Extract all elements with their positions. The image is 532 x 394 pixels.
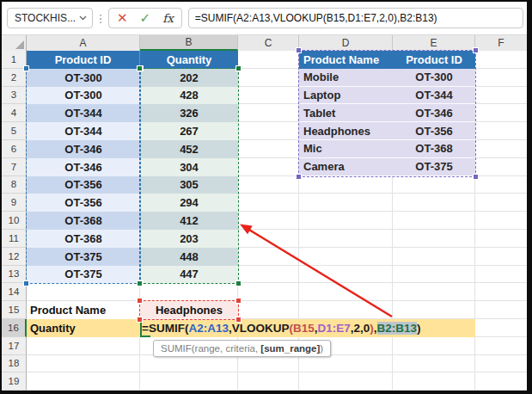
- cell-b3[interactable]: 428: [140, 87, 238, 105]
- cell-a13[interactable]: OT-375: [27, 266, 140, 284]
- formula-bar-text: =SUMIF(A2:A13,VLOOKUP(B15,D1:E7,2,0),B2:…: [195, 12, 437, 24]
- cell-e1[interactable]: Product ID: [393, 51, 475, 69]
- row-header-19[interactable]: 19: [2, 372, 27, 391]
- cell-d1[interactable]: Product Name: [299, 51, 393, 69]
- cell-b7[interactable]: 304: [140, 158, 238, 176]
- row-header-15[interactable]: 15: [2, 301, 27, 319]
- cancel-icon[interactable]: ✕: [117, 10, 128, 26]
- formula-buttons: ✕ ✓ fx: [108, 8, 182, 28]
- column-header-a[interactable]: A: [27, 35, 140, 51]
- row-header-3[interactable]: 3: [2, 87, 27, 105]
- row-header-6[interactable]: 6: [2, 140, 27, 158]
- row-header-2[interactable]: 2: [2, 69, 27, 87]
- data-table: Product ID Quantity OT-300 202 OT-300 42…: [27, 51, 238, 283]
- row-header-5[interactable]: 5: [2, 122, 27, 140]
- row-headers: 1 2 3 4 5 6 7 8 9 10 11 12 13 14 15 16 1…: [2, 51, 27, 391]
- cell-a8[interactable]: OT-356: [27, 176, 140, 194]
- column-header-f[interactable]: F: [475, 35, 527, 51]
- cell-a15[interactable]: Product Name: [27, 301, 140, 319]
- row-header-1[interactable]: 1: [2, 51, 27, 69]
- cell-b15-value: Headphones: [156, 304, 223, 317]
- name-box-drag-handle[interactable]: ⋮: [93, 12, 108, 25]
- row-header-9[interactable]: 9: [2, 194, 27, 212]
- row-header-13[interactable]: 13: [2, 266, 27, 284]
- cell-d3[interactable]: Laptop: [299, 87, 393, 105]
- column-header-d[interactable]: D: [299, 35, 393, 51]
- name-box[interactable]: STOCKHIS...: [7, 8, 93, 28]
- name-box-value: STOCKHIS...: [15, 12, 79, 24]
- formula-toolbar: STOCKHIS... ⋮ ✕ ✓ fx =SUMIF(A2:A13,VLOOK…: [2, 2, 527, 34]
- row-16-highlight: Quantity =SUMIF(A2:A13,VLOOKUP(B15,D1:E7…: [27, 319, 475, 337]
- cell-d2[interactable]: Mobile: [299, 69, 393, 87]
- chevron-down-icon: [79, 15, 87, 21]
- cell-b5[interactable]: 267: [140, 122, 238, 140]
- cell-a4[interactable]: OT-344: [27, 104, 140, 122]
- cell-b6[interactable]: 452: [140, 140, 238, 158]
- cell-d6[interactable]: Mic: [299, 140, 393, 158]
- row-header-17[interactable]: 17: [2, 337, 27, 355]
- cell-a16[interactable]: Quantity: [27, 319, 140, 337]
- cell-b11[interactable]: 203: [140, 230, 238, 248]
- cell-b8[interactable]: 305: [140, 176, 238, 194]
- row-header-14[interactable]: 14: [2, 283, 27, 301]
- cell-d4[interactable]: Tablet: [299, 104, 393, 122]
- tooltip-text: SUMIF(range, criteria,: [161, 343, 260, 354]
- row-header-11[interactable]: 11: [2, 230, 27, 248]
- selection-handle: [236, 299, 241, 303]
- row-header-16[interactable]: 16: [2, 319, 27, 337]
- cell-a10[interactable]: OT-368: [27, 212, 140, 230]
- selection-handle: [138, 317, 142, 322]
- formula-bar[interactable]: =SUMIF(A2:A13,VLOOKUP(B15,D1:E7,2,0),B2:…: [188, 8, 523, 28]
- cell-e5[interactable]: OT-356: [393, 122, 475, 140]
- cell-a2[interactable]: OT-300: [27, 69, 140, 87]
- selection-handle: [138, 299, 142, 303]
- cell-a5[interactable]: OT-344: [27, 122, 140, 140]
- row-header-12[interactable]: 12: [2, 248, 27, 266]
- cell-e6[interactable]: OT-368: [393, 140, 475, 158]
- cell-e2[interactable]: OT-300: [393, 69, 475, 87]
- insert-function-icon[interactable]: fx: [162, 11, 174, 25]
- cell-b2[interactable]: 202: [140, 69, 238, 87]
- cell-e4[interactable]: OT-346: [393, 104, 475, 122]
- cell-a7[interactable]: OT-346: [27, 158, 140, 176]
- column-headers: A B C D E F: [2, 34, 527, 51]
- selection-handle: [236, 317, 241, 322]
- column-header-c[interactable]: C: [238, 35, 299, 51]
- cell-a9[interactable]: OT-356: [27, 194, 140, 212]
- excel-window: STOCKHIS... ⋮ ✕ ✓ fx =SUMIF(A2:A13,VLOOK…: [2, 2, 527, 391]
- lookup-table: Product Name Product ID Mobile OT-300 La…: [299, 51, 475, 176]
- select-all-triangle-icon: [15, 40, 24, 49]
- function-tooltip: SUMIF(range, criteria, [sum_range]): [153, 340, 331, 357]
- cell-b15[interactable]: Headphones: [139, 300, 239, 319]
- cell-e7[interactable]: OT-375: [393, 158, 475, 176]
- row-header-4[interactable]: 4: [2, 104, 27, 122]
- cell-a6[interactable]: OT-346: [27, 140, 140, 158]
- enter-icon[interactable]: ✓: [140, 10, 151, 26]
- tooltip-text: ): [320, 343, 323, 354]
- row-header-18[interactable]: 18: [2, 355, 27, 373]
- cell-b12[interactable]: 448: [140, 248, 238, 266]
- row-header-7[interactable]: 7: [2, 158, 27, 176]
- column-header-e[interactable]: E: [393, 35, 475, 51]
- cell-b9[interactable]: 294: [140, 194, 238, 212]
- cell-b16-formula[interactable]: =SUMIF(A2:A13,VLOOKUP(B15,D1:E7,2,0),B2:…: [142, 319, 421, 337]
- cell-b13[interactable]: 447: [140, 266, 238, 284]
- excel-screenshot: STOCKHIS... ⋮ ✕ ✓ fx =SUMIF(A2:A13,VLOOK…: [0, 0, 532, 394]
- cell-a11[interactable]: OT-368: [27, 230, 140, 248]
- cell-a1[interactable]: Product ID: [27, 51, 140, 69]
- cell-b10[interactable]: 412: [140, 212, 238, 230]
- cell-b4[interactable]: 326: [140, 104, 238, 122]
- cell-b1[interactable]: Quantity: [140, 51, 238, 69]
- column-header-b[interactable]: B: [140, 35, 238, 51]
- cell-d7[interactable]: Camera: [299, 158, 393, 176]
- row-header-10[interactable]: 10: [2, 212, 27, 230]
- select-all-corner[interactable]: [2, 35, 27, 51]
- cell-d5[interactable]: Headphones: [299, 122, 393, 140]
- cell-a12[interactable]: OT-375: [27, 248, 140, 266]
- spreadsheet-grid: A B C D E F 1 2 3 4 5 6 7 8 9 10 11 12 1…: [2, 34, 527, 391]
- cell-e3[interactable]: OT-344: [393, 87, 475, 105]
- tooltip-sum-range: [sum_range]: [260, 343, 320, 354]
- row-header-8[interactable]: 8: [2, 176, 27, 194]
- cell-a3[interactable]: OT-300: [27, 87, 140, 105]
